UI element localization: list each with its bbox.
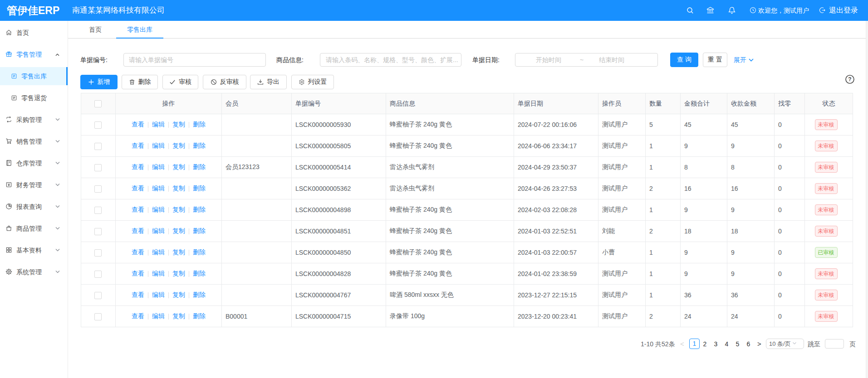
svg-text:?: ? — [848, 76, 851, 82]
